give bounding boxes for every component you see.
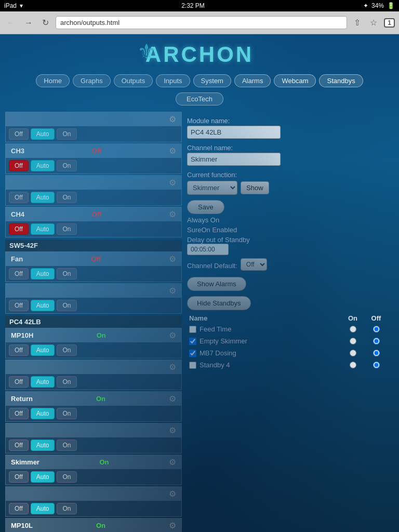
on-button[interactable]: On (57, 440, 76, 451)
channel-item-ch4: CH4 Off ⚙ Off Auto On (5, 207, 182, 237)
standby4-on-radio[interactable] (350, 362, 356, 368)
auto-button[interactable]: Auto (31, 268, 55, 280)
gear-icon[interactable]: ⚙ (169, 330, 176, 340)
gear-icon[interactable]: ⚙ (169, 457, 176, 467)
nav-graphs[interactable]: Graphs (73, 74, 111, 87)
channel-controls: Off Auto On (6, 266, 181, 282)
hide-standbys-button[interactable]: Hide Standbys (187, 296, 251, 310)
feedtime-checkbox[interactable] (189, 326, 196, 333)
on-button[interactable]: On (57, 376, 76, 388)
on-button[interactable]: On (57, 223, 76, 235)
off-button[interactable]: Off (9, 223, 29, 235)
feedtime-on-radio[interactable] (350, 326, 356, 332)
mb7dosing-on-radio[interactable] (350, 350, 356, 356)
on-button[interactable]: On (57, 160, 76, 171)
auto-button[interactable]: Auto (31, 471, 55, 483)
tab-count[interactable]: 1 (384, 18, 395, 28)
off-button[interactable]: Off (9, 471, 29, 483)
nav-alarms[interactable]: Alarms (234, 74, 271, 87)
main-content: ⚜ ARCHON Home Graphs Outputs Inputs Syst… (0, 34, 399, 532)
nav-outputs[interactable]: Outputs (114, 74, 153, 87)
feedtime-off-radio[interactable] (373, 326, 380, 332)
module-name-input[interactable] (187, 126, 281, 139)
channel-item-fan: Fan Off ⚙ Off Auto On (5, 251, 182, 282)
gear-icon[interactable]: ⚙ (169, 146, 176, 156)
gear-icon[interactable]: ⚙ (169, 178, 176, 188)
channel-status: Off (91, 255, 101, 263)
channel-label-row: ⚙ (6, 112, 181, 126)
group-header-pc4: PC4 42LB (5, 316, 182, 328)
off-button[interactable]: Off (9, 192, 29, 203)
auto-button[interactable]: Auto (31, 223, 55, 235)
show-button[interactable]: Show (241, 181, 269, 194)
mb7dosing-off-col (366, 350, 387, 356)
show-alarms-button[interactable]: Show Alarms (187, 277, 246, 291)
url-bar[interactable] (56, 16, 347, 29)
emptyskimmer-checkbox[interactable] (189, 338, 196, 345)
nav-system[interactable]: System (193, 74, 231, 87)
emptyskimmer-off-radio[interactable] (373, 338, 380, 344)
gear-icon[interactable]: ⚙ (169, 209, 176, 219)
off-button[interactable]: Off (9, 440, 29, 451)
channel-label-row: Skimmer On ⚙ (6, 455, 181, 469)
nav-webcam[interactable]: Webcam (274, 74, 316, 87)
mb7dosing-checkbox[interactable] (189, 350, 196, 357)
ecotech-button[interactable]: EcoTech (176, 92, 223, 105)
nav-standbys[interactable]: Standbys (319, 74, 363, 87)
on-button[interactable]: On (57, 128, 76, 140)
nav-home[interactable]: Home (36, 74, 70, 87)
gear-icon[interactable]: ⚙ (169, 489, 176, 499)
off-button[interactable]: Off (9, 503, 29, 514)
on-button[interactable]: On (57, 192, 76, 203)
auto-button[interactable]: Auto (31, 376, 55, 388)
auto-button[interactable]: Auto (31, 408, 55, 419)
save-button[interactable]: Save (187, 200, 224, 214)
on-button[interactable]: On (57, 344, 76, 356)
channel-name-input[interactable] (187, 153, 281, 166)
standby-row-feedtime: Feed Time (187, 323, 389, 335)
delay-input[interactable] (187, 244, 229, 255)
standby4-off-radio[interactable] (373, 362, 380, 368)
on-button[interactable]: On (57, 471, 76, 483)
standby4-checkbox[interactable] (189, 362, 196, 369)
reload-button[interactable]: ↻ (39, 17, 51, 29)
auto-button[interactable]: Auto (31, 503, 55, 514)
off-button[interactable]: Off (9, 376, 29, 388)
off-button[interactable]: Off (9, 128, 29, 140)
gear-icon[interactable]: ⚙ (169, 286, 176, 296)
mb7dosing-off-radio[interactable] (373, 350, 380, 356)
gear-icon[interactable]: ⚙ (169, 394, 176, 404)
on-button[interactable]: On (57, 408, 76, 419)
standbys-table: Name On Off Feed Time (187, 313, 389, 371)
gear-icon[interactable]: ⚙ (169, 254, 176, 264)
off-button[interactable]: Off (9, 300, 29, 311)
auto-button[interactable]: Auto (31, 192, 55, 203)
off-button[interactable]: Off (9, 160, 29, 171)
off-button[interactable]: Off (9, 408, 29, 419)
emptyskimmer-on-radio[interactable] (350, 338, 356, 344)
auto-button[interactable]: Auto (31, 300, 55, 311)
channel-status: Off (92, 210, 102, 218)
auto-button[interactable]: Auto (31, 440, 55, 451)
back-button[interactable]: ← (4, 17, 18, 29)
on-button[interactable]: On (57, 268, 76, 280)
gear-icon[interactable]: ⚙ (169, 521, 176, 530)
function-select[interactable]: Skimmer Always On Return Feed (187, 181, 237, 195)
gear-icon[interactable]: ⚙ (169, 425, 176, 435)
gear-icon[interactable]: ⚙ (169, 362, 176, 372)
channel-default-select[interactable]: Off On (241, 258, 267, 271)
nav-inputs[interactable]: Inputs (156, 74, 190, 87)
off-button[interactable]: Off (9, 268, 29, 280)
auto-button[interactable]: Auto (31, 160, 55, 171)
off-button[interactable]: Off (9, 344, 29, 356)
gear-icon[interactable]: ⚙ (169, 114, 176, 124)
forward-button[interactable]: → (22, 17, 35, 29)
auto-button[interactable]: Auto (31, 344, 55, 356)
battery-level: 34% (371, 2, 384, 9)
on-button[interactable]: On (57, 503, 76, 514)
on-button[interactable]: On (57, 300, 76, 311)
bookmark-button[interactable]: ☆ (367, 17, 380, 29)
share-button[interactable]: ⇧ (351, 17, 363, 29)
channel-default-row: Channel Default: Off On (187, 258, 389, 271)
auto-button[interactable]: Auto (31, 128, 55, 140)
